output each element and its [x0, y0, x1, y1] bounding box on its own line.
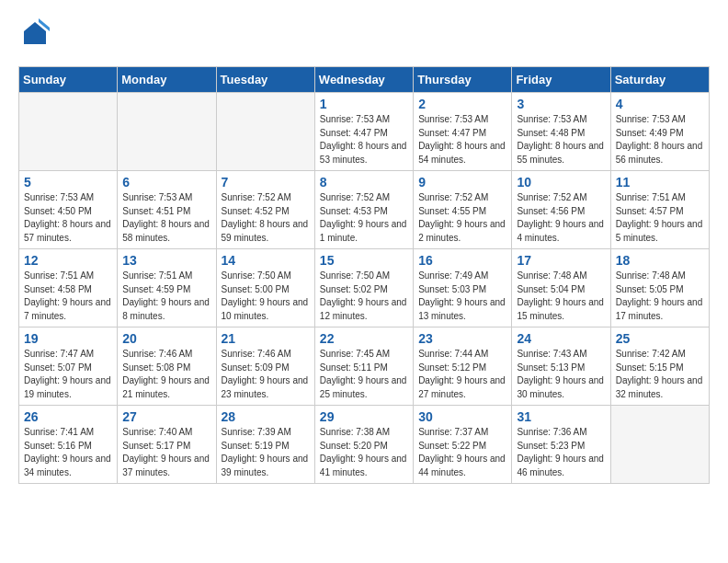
calendar-day-cell — [118, 93, 216, 171]
calendar-day-cell: 17Sunrise: 7:48 AM Sunset: 5:04 PM Dayli… — [512, 249, 610, 327]
weekday-header: Sunday — [19, 67, 118, 93]
calendar-day-cell: 13Sunrise: 7:51 AM Sunset: 4:59 PM Dayli… — [118, 249, 216, 327]
calendar-day-cell — [216, 93, 314, 171]
day-info: Sunrise: 7:50 AM Sunset: 5:02 PM Dayligh… — [320, 270, 408, 323]
day-info: Sunrise: 7:43 AM Sunset: 5:13 PM Dayligh… — [517, 348, 605, 401]
day-info: Sunrise: 7:51 AM Sunset: 4:58 PM Dayligh… — [24, 270, 112, 323]
day-number: 8 — [320, 175, 408, 190]
day-info: Sunrise: 7:46 AM Sunset: 5:09 PM Dayligh… — [222, 348, 310, 401]
calendar-week-row: 19Sunrise: 7:47 AM Sunset: 5:07 PM Dayli… — [19, 327, 710, 406]
day-info: Sunrise: 7:52 AM Sunset: 4:56 PM Dayligh… — [517, 191, 605, 245]
calendar-day-cell: 28Sunrise: 7:39 AM Sunset: 5:19 PM Dayli… — [216, 406, 314, 484]
day-info: Sunrise: 7:49 AM Sunset: 5:03 PM Dayligh… — [418, 270, 506, 323]
calendar-day-cell: 18Sunrise: 7:48 AM Sunset: 5:05 PM Dayli… — [610, 249, 709, 327]
day-number: 12 — [24, 253, 112, 268]
day-number: 3 — [517, 97, 605, 111]
day-info: Sunrise: 7:37 AM Sunset: 5:22 PM Dayligh… — [418, 426, 506, 479]
weekday-header-row: SundayMondayTuesdayWednesdayThursdayFrid… — [19, 67, 710, 93]
calendar-day-cell: 7Sunrise: 7:52 AM Sunset: 4:52 PM Daylig… — [216, 171, 314, 249]
day-info: Sunrise: 7:40 AM Sunset: 5:17 PM Dayligh… — [122, 426, 210, 479]
day-number: 10 — [517, 175, 605, 190]
day-info: Sunrise: 7:46 AM Sunset: 5:08 PM Dayligh… — [122, 348, 210, 401]
day-info: Sunrise: 7:51 AM Sunset: 4:59 PM Dayligh… — [122, 270, 210, 323]
day-info: Sunrise: 7:53 AM Sunset: 4:49 PM Dayligh… — [616, 113, 704, 167]
day-number: 31 — [517, 409, 605, 424]
day-number: 1 — [320, 97, 408, 111]
calendar-day-cell: 22Sunrise: 7:45 AM Sunset: 5:11 PM Dayli… — [314, 327, 413, 406]
calendar-day-cell: 2Sunrise: 7:53 AM Sunset: 4:47 PM Daylig… — [414, 93, 512, 171]
day-number: 19 — [24, 331, 112, 346]
calendar-day-cell: 19Sunrise: 7:47 AM Sunset: 5:07 PM Dayli… — [19, 327, 118, 406]
calendar-table: SundayMondayTuesdayWednesdayThursdayFrid… — [18, 66, 710, 484]
day-info: Sunrise: 7:48 AM Sunset: 5:05 PM Dayligh… — [616, 270, 704, 323]
day-number: 7 — [222, 175, 310, 190]
calendar-day-cell: 21Sunrise: 7:46 AM Sunset: 5:09 PM Dayli… — [216, 327, 314, 406]
day-info: Sunrise: 7:53 AM Sunset: 4:47 PM Dayligh… — [418, 113, 506, 167]
day-number: 27 — [122, 409, 210, 424]
calendar-day-cell: 3Sunrise: 7:53 AM Sunset: 4:48 PM Daylig… — [512, 93, 610, 171]
calendar-day-cell — [610, 406, 709, 484]
day-number: 6 — [122, 175, 210, 190]
day-info: Sunrise: 7:39 AM Sunset: 5:19 PM Dayligh… — [222, 426, 310, 479]
day-info: Sunrise: 7:36 AM Sunset: 5:23 PM Dayligh… — [517, 426, 605, 479]
weekday-header: Friday — [512, 67, 610, 93]
day-info: Sunrise: 7:52 AM Sunset: 4:55 PM Dayligh… — [418, 191, 506, 245]
calendar-day-cell: 11Sunrise: 7:51 AM Sunset: 4:57 PM Dayli… — [610, 171, 709, 249]
calendar-day-cell: 20Sunrise: 7:46 AM Sunset: 5:08 PM Dayli… — [118, 327, 216, 406]
calendar-day-cell: 6Sunrise: 7:53 AM Sunset: 4:51 PM Daylig… — [118, 171, 216, 249]
day-info: Sunrise: 7:51 AM Sunset: 4:57 PM Dayligh… — [616, 191, 704, 245]
day-number: 13 — [122, 253, 210, 268]
weekday-header: Monday — [118, 67, 216, 93]
calendar-day-cell: 10Sunrise: 7:52 AM Sunset: 4:56 PM Dayli… — [512, 171, 610, 249]
day-number: 20 — [122, 331, 210, 346]
calendar-day-cell: 23Sunrise: 7:44 AM Sunset: 5:12 PM Dayli… — [414, 327, 512, 406]
day-info: Sunrise: 7:53 AM Sunset: 4:51 PM Dayligh… — [122, 191, 210, 245]
day-info: Sunrise: 7:48 AM Sunset: 5:04 PM Dayligh… — [517, 270, 605, 323]
day-info: Sunrise: 7:44 AM Sunset: 5:12 PM Dayligh… — [418, 348, 506, 401]
day-number: 14 — [222, 253, 310, 268]
day-number: 18 — [616, 253, 704, 268]
day-info: Sunrise: 7:45 AM Sunset: 5:11 PM Dayligh… — [320, 348, 408, 401]
calendar-day-cell: 14Sunrise: 7:50 AM Sunset: 5:00 PM Dayli… — [216, 249, 314, 327]
calendar-week-row: 1Sunrise: 7:53 AM Sunset: 4:47 PM Daylig… — [19, 93, 710, 171]
calendar-day-cell — [19, 93, 118, 171]
day-info: Sunrise: 7:50 AM Sunset: 5:00 PM Dayligh… — [222, 270, 310, 323]
calendar-day-cell: 15Sunrise: 7:50 AM Sunset: 5:02 PM Dayli… — [314, 249, 413, 327]
calendar-day-cell: 1Sunrise: 7:53 AM Sunset: 4:47 PM Daylig… — [314, 93, 413, 171]
weekday-header: Thursday — [414, 67, 512, 93]
calendar-day-cell: 26Sunrise: 7:41 AM Sunset: 5:16 PM Dayli… — [19, 406, 118, 484]
day-number: 11 — [616, 175, 704, 190]
logo — [18, 18, 57, 52]
day-info: Sunrise: 7:38 AM Sunset: 5:20 PM Dayligh… — [320, 426, 408, 479]
calendar-day-cell: 29Sunrise: 7:38 AM Sunset: 5:20 PM Dayli… — [314, 406, 413, 484]
calendar-day-cell: 4Sunrise: 7:53 AM Sunset: 4:49 PM Daylig… — [610, 93, 709, 171]
weekday-header: Tuesday — [216, 67, 314, 93]
day-number: 22 — [320, 331, 408, 346]
day-info: Sunrise: 7:42 AM Sunset: 5:15 PM Dayligh… — [616, 348, 704, 401]
day-number: 9 — [418, 175, 506, 190]
day-number: 15 — [320, 253, 408, 268]
calendar-week-row: 5Sunrise: 7:53 AM Sunset: 4:50 PM Daylig… — [19, 171, 710, 249]
day-number: 26 — [24, 409, 112, 424]
page-header — [18, 18, 710, 52]
day-number: 17 — [517, 253, 605, 268]
day-number: 23 — [418, 331, 506, 346]
calendar-week-row: 26Sunrise: 7:41 AM Sunset: 5:16 PM Dayli… — [19, 406, 710, 484]
calendar-day-cell: 25Sunrise: 7:42 AM Sunset: 5:15 PM Dayli… — [610, 327, 709, 406]
calendar-day-cell: 31Sunrise: 7:36 AM Sunset: 5:23 PM Dayli… — [512, 406, 610, 484]
day-number: 25 — [616, 331, 704, 346]
calendar-day-cell: 5Sunrise: 7:53 AM Sunset: 4:50 PM Daylig… — [19, 171, 118, 249]
weekday-header: Wednesday — [314, 67, 413, 93]
day-info: Sunrise: 7:53 AM Sunset: 4:48 PM Dayligh… — [517, 113, 605, 167]
day-info: Sunrise: 7:53 AM Sunset: 4:47 PM Dayligh… — [320, 113, 408, 167]
day-number: 4 — [616, 97, 704, 111]
logo-icon — [18, 18, 51, 52]
day-info: Sunrise: 7:52 AM Sunset: 4:53 PM Dayligh… — [320, 191, 408, 245]
calendar-day-cell: 12Sunrise: 7:51 AM Sunset: 4:58 PM Dayli… — [19, 249, 118, 327]
calendar-day-cell: 9Sunrise: 7:52 AM Sunset: 4:55 PM Daylig… — [414, 171, 512, 249]
day-number: 21 — [222, 331, 310, 346]
day-number: 28 — [222, 409, 310, 424]
day-number: 29 — [320, 409, 408, 424]
calendar-day-cell: 24Sunrise: 7:43 AM Sunset: 5:13 PM Dayli… — [512, 327, 610, 406]
day-info: Sunrise: 7:53 AM Sunset: 4:50 PM Dayligh… — [24, 191, 112, 245]
